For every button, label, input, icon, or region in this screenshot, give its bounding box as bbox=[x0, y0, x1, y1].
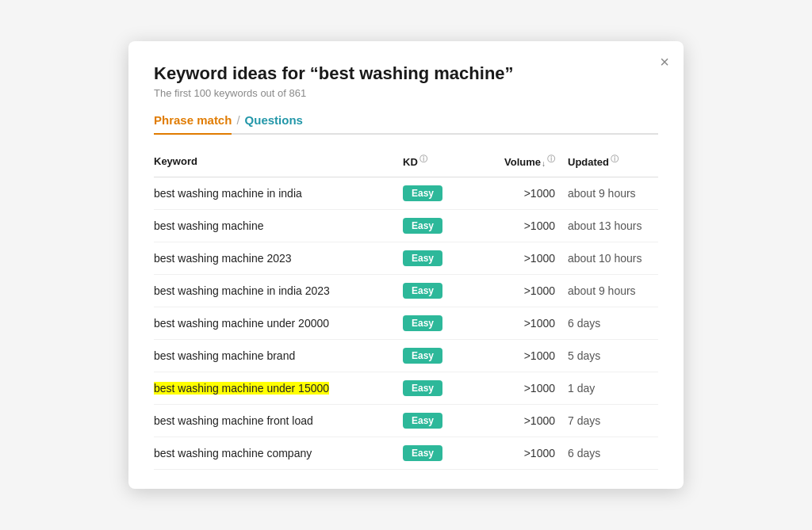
keyword-cell: best washing machine in india 2023 bbox=[154, 274, 396, 307]
table-row: best washing machine 2023Easy>1000about … bbox=[154, 242, 658, 274]
easy-badge: Easy bbox=[403, 315, 442, 331]
kd-cell: Easy bbox=[396, 339, 484, 372]
kd-cell: Easy bbox=[396, 209, 484, 242]
keyword-table: Keyword KDⓘ Volume↓ⓘ Updatedⓘ best washi… bbox=[154, 149, 658, 469]
table-row: best washing machine front loadEasy>1000… bbox=[154, 404, 658, 437]
volume-cell: >1000 bbox=[484, 209, 555, 242]
easy-badge: Easy bbox=[403, 348, 442, 364]
easy-badge: Easy bbox=[403, 413, 442, 429]
keyword-ideas-modal: × Keyword ideas for “best washing machin… bbox=[128, 41, 684, 488]
updated-cell: about 13 hours bbox=[555, 209, 658, 242]
kd-info-icon: ⓘ bbox=[419, 154, 427, 165]
kd-cell: Easy bbox=[396, 437, 484, 469]
updated-cell: 6 days bbox=[555, 437, 658, 469]
col-header-keyword: Keyword bbox=[154, 149, 396, 177]
tabs-container: Phrase match / Questions bbox=[154, 113, 658, 135]
keyword-cell: best washing machine company bbox=[154, 437, 396, 469]
keyword-cell: best washing machine under 20000 bbox=[154, 307, 396, 339]
table-row: best washing machine companyEasy>10006 d… bbox=[154, 437, 658, 469]
easy-badge: Easy bbox=[403, 445, 442, 461]
volume-cell: >1000 bbox=[484, 437, 555, 469]
kd-cell: Easy bbox=[396, 177, 484, 209]
volume-sort-icon: ↓ bbox=[542, 159, 546, 168]
volume-cell: >1000 bbox=[484, 372, 555, 404]
volume-cell: >1000 bbox=[484, 307, 555, 339]
table-row: best washing machine in india 2023Easy>1… bbox=[154, 274, 658, 307]
table-row: best washing machine brandEasy>10005 day… bbox=[154, 339, 658, 372]
volume-cell: >1000 bbox=[484, 339, 555, 372]
keyword-cell: best washing machine brand bbox=[154, 339, 396, 372]
tab-questions[interactable]: Questions bbox=[245, 113, 303, 133]
easy-badge: Easy bbox=[403, 380, 442, 396]
keyword-cell: best washing machine 2023 bbox=[154, 242, 396, 274]
keyword-cell: best washing machine bbox=[154, 209, 396, 242]
updated-cell: about 9 hours bbox=[555, 177, 658, 209]
updated-cell: 1 day bbox=[555, 372, 658, 404]
col-header-kd: KDⓘ bbox=[396, 149, 484, 177]
updated-info-icon: ⓘ bbox=[611, 154, 619, 165]
modal-title: Keyword ideas for “best washing machine” bbox=[154, 63, 658, 84]
updated-cell: about 10 hours bbox=[555, 242, 658, 274]
modal-subtitle: The first 100 keywords out of 861 bbox=[154, 87, 658, 99]
volume-cell: >1000 bbox=[484, 177, 555, 209]
table-row: best washing machine in indiaEasy>1000ab… bbox=[154, 177, 658, 209]
volume-cell: >1000 bbox=[484, 404, 555, 437]
col-header-volume: Volume↓ⓘ bbox=[484, 149, 555, 177]
keyword-cell: best washing machine in india bbox=[154, 177, 396, 209]
volume-cell: >1000 bbox=[484, 274, 555, 307]
table-body: best washing machine in indiaEasy>1000ab… bbox=[154, 177, 658, 469]
updated-cell: 5 days bbox=[555, 339, 658, 372]
easy-badge: Easy bbox=[403, 283, 442, 299]
updated-cell: 6 days bbox=[555, 307, 658, 339]
updated-cell: about 9 hours bbox=[555, 274, 658, 307]
kd-cell: Easy bbox=[396, 242, 484, 274]
easy-badge: Easy bbox=[403, 250, 442, 266]
highlighted-keyword: best washing machine under 15000 bbox=[154, 382, 329, 395]
table-row: best washing machineEasy>1000about 13 ho… bbox=[154, 209, 658, 242]
table-row: best washing machine under 15000Easy>100… bbox=[154, 372, 658, 404]
kd-cell: Easy bbox=[396, 372, 484, 404]
kd-cell: Easy bbox=[396, 404, 484, 437]
keyword-cell: best washing machine under 15000 bbox=[154, 372, 396, 404]
easy-badge: Easy bbox=[403, 218, 442, 234]
col-header-updated: Updatedⓘ bbox=[555, 149, 658, 177]
close-button[interactable]: × bbox=[660, 54, 669, 70]
kd-cell: Easy bbox=[396, 274, 484, 307]
keyword-cell: best washing machine front load bbox=[154, 404, 396, 437]
volume-cell: >1000 bbox=[484, 242, 555, 274]
table-row: best washing machine under 20000Easy>100… bbox=[154, 307, 658, 339]
volume-info-icon: ⓘ bbox=[547, 154, 555, 165]
easy-badge: Easy bbox=[403, 185, 442, 201]
table-header: Keyword KDⓘ Volume↓ⓘ Updatedⓘ bbox=[154, 149, 658, 177]
tab-separator: / bbox=[236, 113, 239, 133]
updated-cell: 7 days bbox=[555, 404, 658, 437]
kd-cell: Easy bbox=[396, 307, 484, 339]
tab-phrase-match[interactable]: Phrase match bbox=[154, 113, 232, 135]
